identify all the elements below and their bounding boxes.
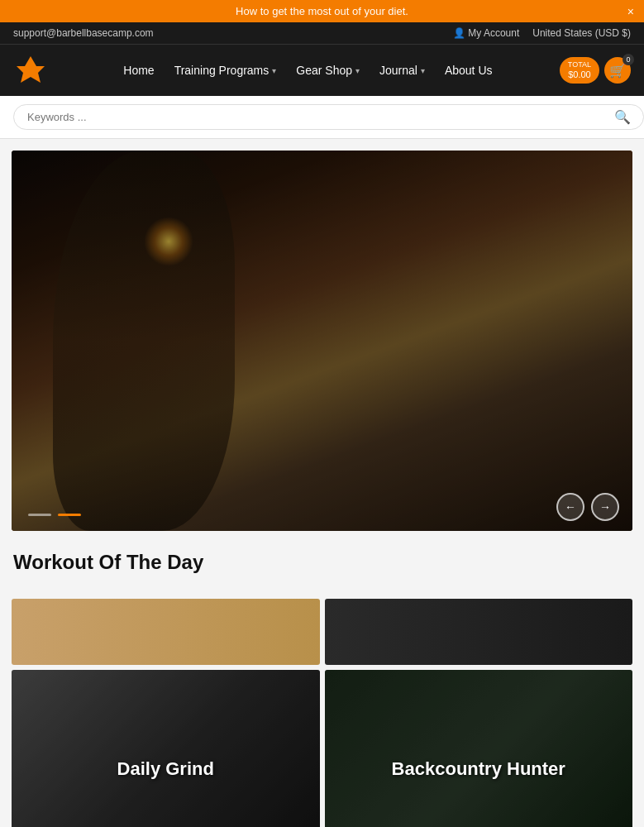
search-button[interactable]: 🔍 [614, 109, 631, 125]
slider-nav: ← → [556, 493, 619, 521]
workout-top-left-placeholder [12, 599, 320, 665]
search-input[interactable] [13, 104, 644, 130]
slide-indicator-2[interactable] [58, 514, 81, 516]
nav-training-chevron: ▾ [272, 66, 276, 75]
currency-selector[interactable]: United States (USD $) [532, 27, 631, 39]
hero-slider: Heart-Rate Based Training Zones Read Mor… [12, 151, 632, 531]
hero-overlay [12, 151, 632, 531]
workout-section: Workout Of The Day [0, 531, 644, 599]
nav-home[interactable]: Home [123, 64, 154, 77]
cart-total[interactable]: TOTAL $0.00 [560, 57, 599, 84]
main-nav: Home Training Programs ▾ Gear Shop ▾ Jou… [0, 44, 644, 96]
workout-card-backcountry-hunter[interactable]: Backcountry Hunter [325, 670, 633, 827]
workout-card-daily-grind[interactable]: Daily Grind [12, 670, 320, 827]
nav-about-us[interactable]: About Us [445, 64, 493, 77]
nav-training-programs[interactable]: Training Programs ▾ [174, 64, 277, 77]
slider-next-button[interactable]: → [591, 493, 619, 521]
cart-button[interactable]: 🛒 0 [604, 57, 631, 84]
cart-total-label: TOTAL [568, 60, 591, 69]
workout-grid: Daily Grind Backcountry Hunter [12, 599, 632, 827]
nav-journal[interactable]: Journal ▾ [379, 64, 425, 77]
workout-backcountry-label: Backcountry Hunter [384, 750, 574, 788]
announcement-close-button[interactable]: × [627, 5, 634, 18]
utility-right: 👤 My Account United States (USD $) [453, 27, 631, 39]
workout-top-right-placeholder [325, 599, 633, 665]
nav-gear-chevron: ▾ [355, 66, 360, 75]
nav-links: Home Training Programs ▾ Gear Shop ▾ Jou… [81, 64, 535, 77]
workout-daily-label: Daily Grind [109, 750, 222, 788]
slide-indicator-1[interactable] [28, 514, 51, 516]
announcement-bar: How to get the most out of your diet. × [0, 0, 644, 22]
slider-indicators [28, 514, 81, 516]
account-link[interactable]: 👤 My Account [453, 27, 519, 39]
slider-prev-button[interactable]: ← [556, 493, 584, 521]
svg-marker-0 [17, 56, 45, 83]
account-icon: 👤 [453, 27, 468, 39]
cart-badge: 0 [623, 54, 634, 65]
search-bar: 🔍 [0, 96, 644, 139]
cart-total-value: $0.00 [568, 69, 591, 80]
announcement-text: How to get the most out of your diet. [236, 5, 408, 17]
workout-section-title: Workout Of The Day [13, 551, 631, 574]
support-email: support@barbellbasecamp.com [13, 27, 154, 39]
logo[interactable] [13, 53, 48, 88]
utility-bar: support@barbellbasecamp.com 👤 My Account… [0, 22, 644, 44]
cart-icon: 🛒 [609, 63, 626, 79]
nav-journal-chevron: ▾ [421, 66, 425, 75]
nav-cart: TOTAL $0.00 🛒 0 [560, 57, 631, 84]
nav-gear-shop[interactable]: Gear Shop ▾ [296, 64, 360, 77]
search-icon: 🔍 [614, 110, 631, 124]
